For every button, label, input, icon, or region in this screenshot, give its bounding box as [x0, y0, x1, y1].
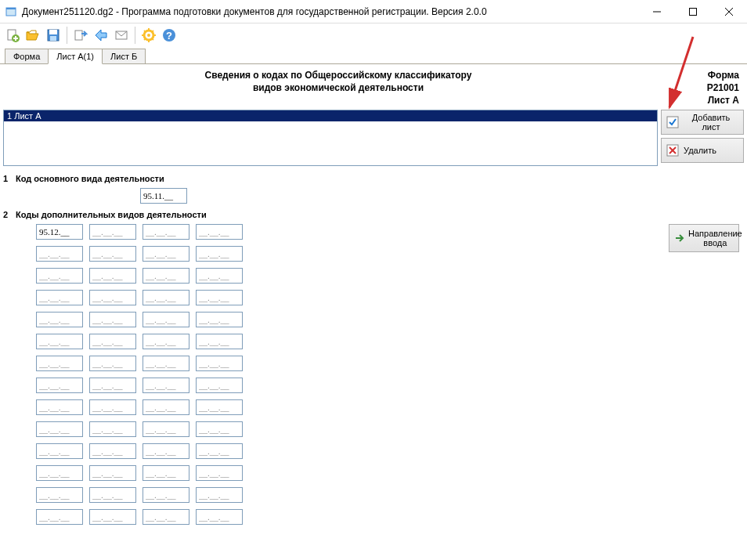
- additional-code-input[interactable]: [196, 224, 243, 240]
- additional-code-input[interactable]: [36, 356, 83, 371]
- additional-code-input[interactable]: [143, 356, 189, 371]
- svg-rect-11: [49, 30, 57, 34]
- settings-button[interactable]: [139, 26, 158, 45]
- additional-code-input[interactable]: [89, 334, 136, 349]
- additional-code-input[interactable]: [36, 465, 83, 481]
- additional-code-input[interactable]: [143, 246, 189, 262]
- additional-code-input[interactable]: [89, 246, 136, 262]
- section-2-label: Коды дополнительных видов деятельности: [16, 210, 207, 219]
- additional-codes-grid: [3, 224, 669, 531]
- additional-code-input[interactable]: [36, 378, 83, 393]
- svg-line-22: [152, 38, 153, 40]
- form-number: Форма Р21001: [675, 69, 739, 94]
- additional-code-input[interactable]: [196, 487, 243, 503]
- additional-code-input[interactable]: [89, 509, 136, 525]
- additional-code-input[interactable]: [36, 399, 83, 415]
- input-direction-button[interactable]: Направление ввода: [669, 224, 739, 252]
- main-activity-code-input[interactable]: [140, 188, 187, 204]
- additional-code-input[interactable]: [89, 268, 136, 284]
- tab-sheet-b[interactable]: Лист Б: [102, 49, 146, 63]
- mail-button[interactable]: [112, 26, 131, 45]
- svg-text:?: ?: [166, 30, 172, 42]
- send-button[interactable]: [92, 26, 110, 45]
- additional-code-input[interactable]: [89, 399, 136, 415]
- additional-code-input[interactable]: [196, 421, 243, 437]
- maximize-button[interactable]: [675, 0, 711, 23]
- additional-code-input[interactable]: [89, 421, 136, 437]
- additional-code-input[interactable]: [36, 290, 83, 305]
- additional-code-input[interactable]: [36, 509, 83, 525]
- delete-sheet-button[interactable]: Удалить: [661, 138, 744, 163]
- additional-code-input[interactable]: [89, 224, 136, 240]
- add-sheet-label: Добавить лист: [684, 113, 738, 132]
- delete-sheet-label: Удалить: [684, 146, 716, 155]
- separator: [135, 27, 135, 44]
- add-sheet-button[interactable]: Добавить лист: [661, 110, 744, 135]
- additional-code-input[interactable]: [36, 487, 83, 503]
- additional-code-input[interactable]: [143, 465, 189, 481]
- additional-code-input[interactable]: [196, 268, 243, 284]
- svg-rect-1: [6, 8, 16, 9]
- additional-code-input[interactable]: [89, 487, 136, 503]
- tab-form[interactable]: Форма: [5, 49, 49, 63]
- additional-code-input[interactable]: [143, 312, 189, 327]
- additional-code-input[interactable]: [89, 290, 136, 305]
- additional-code-input[interactable]: [36, 443, 83, 459]
- additional-code-input[interactable]: [143, 509, 189, 525]
- additional-code-input[interactable]: [143, 421, 189, 437]
- svg-line-23: [144, 38, 146, 40]
- additional-code-input[interactable]: [143, 378, 189, 393]
- additional-code-input[interactable]: [36, 334, 83, 349]
- svg-rect-3: [690, 9, 697, 16]
- additional-code-input[interactable]: [196, 378, 243, 393]
- section-2-number: 2: [3, 210, 11, 219]
- additional-code-input[interactable]: [89, 443, 136, 459]
- section-1-number: 1: [3, 174, 11, 183]
- additional-code-input[interactable]: [143, 487, 189, 503]
- app-icon: [5, 5, 17, 18]
- additional-code-input[interactable]: [89, 356, 136, 371]
- additional-code-input[interactable]: [196, 312, 243, 327]
- additional-code-input[interactable]: [36, 421, 83, 437]
- svg-line-24: [152, 31, 153, 32]
- arrow-right-icon: [674, 233, 685, 244]
- svg-line-21: [144, 31, 146, 32]
- list-item[interactable]: 1 Лист А: [4, 110, 657, 121]
- direction-label: Направление ввода: [688, 229, 742, 247]
- additional-code-input[interactable]: [36, 268, 83, 284]
- additional-code-input[interactable]: [196, 290, 243, 305]
- additional-code-input[interactable]: [196, 334, 243, 349]
- additional-code-input[interactable]: [196, 246, 243, 262]
- additional-code-input[interactable]: [196, 443, 243, 459]
- additional-code-input[interactable]: [196, 399, 243, 415]
- additional-code-input[interactable]: [196, 509, 243, 525]
- minimize-button[interactable]: [639, 0, 675, 23]
- sheets-listbox[interactable]: 1 Лист А: [3, 110, 658, 166]
- additional-code-input[interactable]: [143, 443, 189, 459]
- new-doc-button[interactable]: [3, 26, 22, 45]
- additional-code-input[interactable]: [143, 334, 189, 349]
- open-button[interactable]: [23, 26, 42, 45]
- additional-code-input[interactable]: [143, 224, 189, 240]
- additional-code-input[interactable]: [196, 356, 243, 371]
- additional-code-input[interactable]: [36, 312, 83, 327]
- tab-sheet-a[interactable]: Лист А(1): [48, 49, 103, 64]
- export-button[interactable]: [71, 26, 90, 45]
- page-title: Сведения о кодах по Общероссийскому клас…: [3, 67, 673, 108]
- tab-bar: Форма Лист А(1) Лист Б: [0, 47, 747, 64]
- additional-code-input[interactable]: [143, 268, 189, 284]
- separator: [67, 27, 67, 44]
- additional-code-input[interactable]: [143, 290, 189, 305]
- additional-code-input[interactable]: [89, 465, 136, 481]
- additional-code-input[interactable]: [143, 399, 189, 415]
- check-icon: [666, 116, 679, 128]
- additional-code-input[interactable]: [89, 378, 136, 393]
- additional-code-input[interactable]: [196, 465, 243, 481]
- additional-code-input[interactable]: [36, 246, 83, 262]
- close-button[interactable]: [711, 0, 747, 23]
- additional-code-input[interactable]: [36, 224, 83, 240]
- additional-code-input[interactable]: [89, 312, 136, 327]
- help-button[interactable]: ?: [160, 26, 179, 45]
- save-button[interactable]: [44, 26, 63, 45]
- toolbar: ?: [0, 23, 747, 47]
